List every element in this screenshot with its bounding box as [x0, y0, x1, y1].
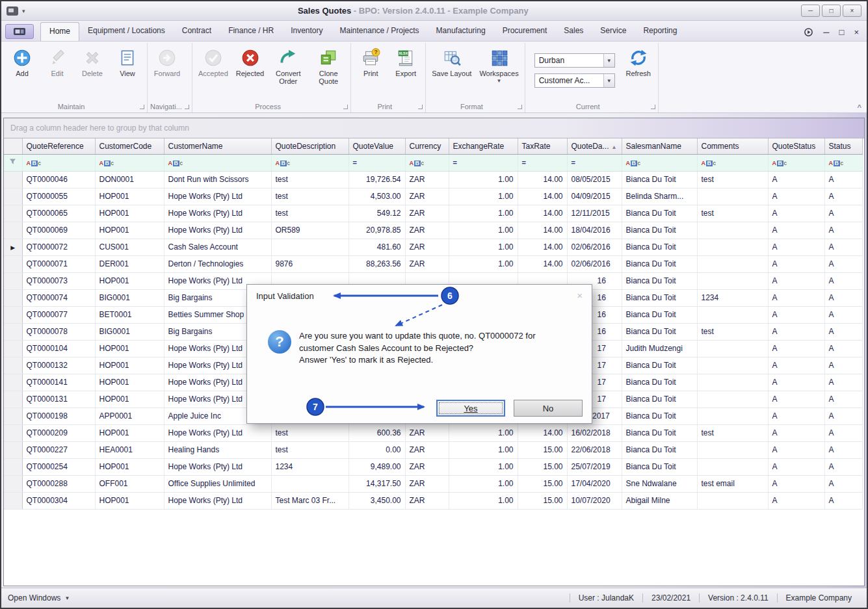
filter-cell-quotestatus[interactable]: ABc	[768, 154, 824, 171]
dialog-launcher-icon[interactable]	[140, 105, 144, 109]
tab-service[interactable]: Service	[592, 22, 635, 41]
open-windows-button[interactable]: Open Windows ▼	[8, 593, 70, 603]
abc-filter-icon[interactable]: ABc	[410, 161, 425, 166]
mdi-close-button[interactable]: ×	[854, 28, 859, 36]
group-by-panel[interactable]: Drag a column header here to group by th…	[4, 118, 864, 138]
tab-home[interactable]: Home	[40, 22, 79, 41]
column-header-quotestatus[interactable]: QuoteStatus	[768, 138, 824, 154]
save-layout-button[interactable]: Save Layout	[428, 45, 475, 77]
tab-reporting[interactable]: Reporting	[635, 22, 685, 41]
view-button[interactable]: View	[111, 45, 144, 77]
table-row[interactable]: ▶QT0000072CUS001Cash Sales Account481.60…	[4, 239, 862, 255]
abc-filter-icon[interactable]: ABc	[829, 161, 844, 166]
table-row[interactable]: QT0000046DON0001Dont Run with Scissorste…	[4, 171, 862, 188]
cell-quotestatus: A	[768, 492, 824, 509]
table-row[interactable]: QT0000071DER001Derton / Technologies9876…	[4, 255, 862, 272]
dialog-close-icon[interactable]: ×	[577, 290, 583, 301]
tab-procurement[interactable]: Procurement	[494, 22, 556, 41]
column-header-comments[interactable]: Comments	[697, 138, 768, 154]
mdi-minimize-button[interactable]: ─	[823, 28, 829, 36]
dialog-launcher-icon[interactable]	[343, 105, 348, 109]
dropdown-customer-ac[interactable]: Customer Ac...▼	[534, 73, 615, 88]
mdi-restore-button[interactable]: □	[839, 28, 845, 36]
column-header-quotevalue[interactable]: QuoteValue	[349, 138, 405, 154]
abc-filter-icon[interactable]: ABc	[99, 161, 114, 166]
abc-filter-icon[interactable]: ABc	[168, 161, 183, 166]
table-row[interactable]: QT0000304HOP001Hope Works (Pty) LtdTest …	[4, 492, 862, 509]
minimize-button[interactable]: ─	[801, 5, 820, 17]
column-header-exchangerate[interactable]: ExchangeRate	[449, 138, 518, 154]
tab-finance-hr[interactable]: Finance / HR	[220, 22, 282, 41]
table-row[interactable]: QT0000065HOP001Hope Works (Pty) Ltdtest5…	[4, 205, 862, 222]
no-button[interactable]: No	[514, 400, 583, 417]
filter-cell-taxrate[interactable]: =	[518, 154, 567, 171]
equals-filter-icon[interactable]: =	[453, 159, 457, 166]
abc-filter-icon[interactable]: ABc	[276, 161, 291, 166]
add-button[interactable]: Add	[5, 45, 39, 77]
equals-filter-icon[interactable]: =	[353, 159, 357, 166]
table-row[interactable]: QT0000288OFF001Office Supplies Unlimited…	[4, 475, 862, 492]
abc-filter-icon[interactable]: ABc	[702, 161, 717, 166]
rejected-button[interactable]: Rejected	[233, 45, 267, 77]
maximize-button[interactable]: □	[822, 5, 841, 17]
table-row[interactable]: QT0000055HOP001Hope Works (Pty) Ltdtest4…	[4, 188, 862, 205]
filter-cell-quotevalue[interactable]: =	[349, 154, 405, 171]
table-row[interactable]: QT0000254HOP001Hope Works (Pty) Ltd12349…	[4, 458, 862, 475]
tab-inventory[interactable]: Inventory	[282, 22, 331, 41]
dialog-launcher-icon[interactable]	[518, 105, 522, 109]
tab-manufacturing[interactable]: Manufacturing	[428, 22, 494, 41]
refresh-button[interactable]: Refresh	[622, 45, 655, 77]
yes-button[interactable]: Yes	[436, 400, 505, 417]
ribbon-group-process: AcceptedRejectedConvert OrderClone Quote…	[192, 43, 351, 112]
filter-cell-customercode[interactable]: ABc	[95, 154, 164, 171]
filter-cell-exchangerate[interactable]: =	[449, 154, 518, 171]
table-row[interactable]: QT0000209HOP001Hope Works (Pty) Ltdtest6…	[4, 424, 862, 441]
filter-cell-customername[interactable]: ABc	[164, 154, 271, 171]
column-header-quotereference[interactable]: QuoteReference	[22, 138, 95, 154]
dropdown-durban[interactable]: Durban▼	[534, 53, 615, 68]
filter-cell-quotedescription[interactable]: ABc	[271, 154, 349, 171]
dialog-launcher-icon[interactable]	[185, 105, 189, 109]
column-header-taxrate[interactable]: TaxRate	[518, 138, 567, 154]
table-row[interactable]: QT0000069HOP001Hope Works (Pty) LtdOR589…	[4, 222, 862, 239]
export-button[interactable]: XLSXExport	[389, 45, 423, 77]
column-header-salesmanname[interactable]: SalesmanName	[622, 138, 697, 154]
filter-cell-quoteda[interactable]: =	[567, 154, 622, 171]
equals-filter-icon[interactable]: =	[522, 159, 526, 166]
print-button[interactable]: ?Print	[354, 45, 388, 77]
close-button[interactable]: ×	[843, 5, 861, 17]
tab-contract[interactable]: Contract	[174, 22, 220, 41]
current-filters: Durban▼Customer Ac...▼	[528, 45, 620, 88]
column-header-customercode[interactable]: CustomerCode	[95, 138, 164, 154]
equals-filter-icon[interactable]: =	[572, 159, 575, 166]
filter-cell-currency[interactable]: ABc	[405, 154, 449, 171]
tab-equipment-locations[interactable]: Equipment / Locations	[79, 22, 174, 41]
filter-cell-status[interactable]: ABc	[824, 154, 862, 171]
clone-quote-button[interactable]: Clone Quote	[309, 45, 348, 85]
column-header-quoteda[interactable]: QuoteDa...▲	[567, 138, 622, 154]
app-icon[interactable]	[7, 6, 18, 16]
column-header-quotedescription[interactable]: QuoteDescription	[271, 138, 349, 154]
filter-cell-quotereference[interactable]: ABc	[22, 154, 95, 171]
dialog-launcher-icon[interactable]	[418, 105, 423, 109]
tab-maintenance-projects[interactable]: Maintenance / Projects	[332, 22, 428, 41]
chevron-down-icon[interactable]: ▼	[603, 74, 614, 87]
table-row[interactable]: QT0000227HEA0001Healing Handstest0.00ZAR…	[4, 441, 862, 458]
chevron-down-icon[interactable]: ▼	[603, 54, 614, 67]
window-toggle-icon[interactable]	[804, 27, 813, 37]
convert-order-button[interactable]: Convert Order	[269, 45, 308, 85]
column-header-customername[interactable]: CustomerName	[164, 138, 271, 154]
cell-quotestatus: A	[768, 441, 824, 458]
application-menu-button[interactable]	[5, 24, 34, 39]
abc-filter-icon[interactable]: ABc	[626, 161, 641, 166]
filter-cell-salesmanname[interactable]: ABc	[622, 154, 697, 171]
collapse-ribbon-icon[interactable]: ^	[858, 103, 861, 111]
abc-filter-icon[interactable]: ABc	[772, 161, 787, 166]
column-header-status[interactable]: Status	[824, 138, 862, 154]
filter-cell-comments[interactable]: ABc	[697, 154, 768, 171]
dialog-launcher-icon[interactable]	[651, 105, 655, 109]
workspaces-button[interactable]: Workspaces▼	[476, 45, 521, 84]
abc-filter-icon[interactable]: ABc	[27, 161, 42, 166]
tab-sales[interactable]: Sales	[555, 22, 592, 41]
column-header-currency[interactable]: Currency	[405, 138, 449, 154]
